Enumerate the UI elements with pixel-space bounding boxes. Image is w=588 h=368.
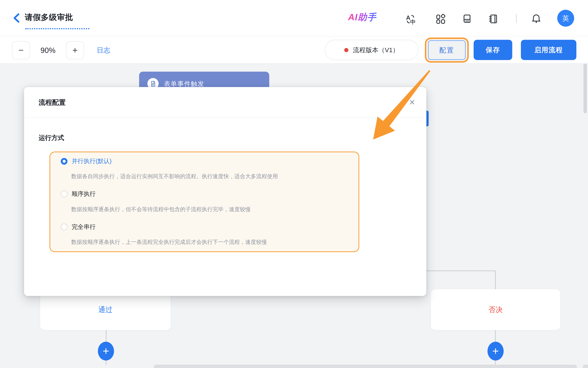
run-mode-radio-0[interactable]: [61, 158, 67, 165]
vertical-scrollbar[interactable]: [584, 64, 587, 113]
connector-below-reject: [495, 330, 496, 343]
horizontal-scrollbar-piece[interactable]: [583, 365, 588, 368]
config-button-label: 配置: [439, 46, 454, 55]
run-mode-section-title: 运行方式: [39, 134, 64, 142]
branch-node-reject[interactable]: 否决: [431, 289, 560, 330]
user-avatar[interactable]: 英: [557, 10, 574, 27]
hidden-node-edge: [426, 111, 429, 126]
logs-link[interactable]: 日志: [97, 41, 110, 59]
minus-icon: −: [18, 45, 24, 55]
enable-process-label: 启用流程: [534, 45, 563, 55]
translate-icon[interactable]: A 中: [405, 13, 417, 25]
ai-assistant-button[interactable]: AI助手: [348, 11, 377, 23]
add-node-button-reject[interactable]: +: [487, 342, 504, 360]
save-button-label: 保存: [486, 45, 500, 55]
modal-title: 流程配置: [39, 87, 66, 117]
run-mode-radio-1[interactable]: [61, 191, 67, 197]
unsaved-dot: [344, 48, 349, 52]
run-mode-label: 并行执行(默认): [72, 157, 112, 165]
canvas-toolbar: − 90% + 日志 流程版本（V1） 配置 保存 启用流程: [0, 37, 588, 64]
branch-reject-label: 否决: [488, 305, 503, 315]
run-mode-label: 顺序执行: [72, 190, 96, 198]
connector-vertical-reject-top: [495, 270, 496, 290]
title-dotted-underline: [25, 28, 89, 29]
process-version-button[interactable]: 流程版本（V1）: [325, 40, 418, 60]
process-version-label: 流程版本（V1）: [353, 46, 399, 54]
zoom-level-value: 90%: [35, 41, 62, 59]
branch-pass-label: 通过: [98, 305, 113, 315]
modal-header: 流程配置 ✕: [24, 87, 426, 117]
close-icon[interactable]: ✕: [406, 96, 418, 109]
plus-icon: +: [103, 346, 109, 357]
trigger-node-label: 表单事件触发: [164, 79, 204, 88]
book-icon[interactable]: [461, 13, 473, 25]
run-mode-option-serial[interactable]: 完全串行: [61, 223, 96, 231]
connector-below-reject-2: [495, 360, 496, 365]
run-mode-radio-2[interactable]: [61, 224, 67, 230]
notebook-icon[interactable]: [487, 13, 499, 25]
add-node-button-pass[interactable]: +: [98, 342, 114, 360]
horizontal-scrollbar[interactable]: [154, 365, 577, 368]
save-button[interactable]: 保存: [474, 40, 512, 60]
zoom-in-button[interactable]: +: [66, 41, 84, 59]
enable-process-button[interactable]: 启用流程: [521, 40, 576, 60]
header-divider: [516, 14, 517, 23]
page-title: 请假多级审批: [25, 12, 73, 23]
zoom-out-button[interactable]: −: [12, 41, 30, 59]
run-mode-option-sequential[interactable]: 顺序执行: [61, 190, 96, 198]
app-window: 表单事件触发 通过 否决 + +: [0, 0, 588, 368]
apps-grid-icon[interactable]: [435, 13, 447, 25]
avatar-initial: 英: [562, 14, 569, 23]
plus-icon: +: [73, 45, 78, 55]
connector-below-pass-2: [106, 360, 106, 365]
config-annotation-ring: 配置: [425, 37, 469, 63]
run-mode-desc: 数据按顺序逐条执行，但不会等待流程中包含的子流程执行完毕，速度较慢: [71, 206, 251, 213]
connector-below-pass: [106, 330, 106, 343]
run-mode-desc: 数据按顺序逐条执行，上一条流程完全执行完成后才会执行下一个流程，速度较慢: [71, 239, 267, 246]
notification-bell-icon[interactable]: [530, 13, 542, 25]
plus-icon: +: [492, 346, 499, 357]
process-config-modal: 流程配置 ✕ 运行方式 并行执行(默认) 数据各自同步执行，适合运行实例间互不影…: [24, 87, 426, 296]
config-button[interactable]: 配置: [428, 40, 466, 60]
run-mode-option-parallel[interactable]: 并行执行(默认): [61, 157, 112, 166]
back-icon[interactable]: [12, 13, 22, 23]
run-mode-desc: 数据各自同步执行，适合运行实例间互不影响的流程。执行速度快，适合大多流程使用: [71, 173, 278, 180]
svg-text:中: 中: [410, 19, 416, 25]
app-header: 请假多级审批 AI助手 A 中: [0, 0, 588, 37]
svg-text:A: A: [406, 14, 410, 21]
run-mode-option-group: 并行执行(默认) 数据各自同步执行，适合运行实例间互不影响的流程。执行速度快，适…: [49, 152, 359, 252]
run-mode-label: 完全串行: [72, 223, 96, 231]
